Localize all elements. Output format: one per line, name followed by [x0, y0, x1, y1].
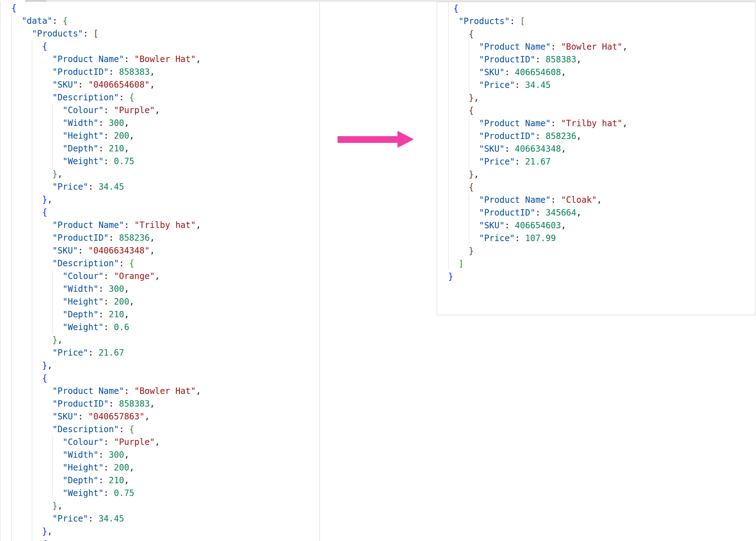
- json-punctuation: [: [93, 29, 98, 39]
- indent-guide: [11, 321, 12, 334]
- json-number: 300: [109, 118, 124, 128]
- indent-guide: [32, 117, 32, 129]
- json-punctuation: :: [124, 220, 134, 230]
- json-number: 300: [109, 284, 124, 294]
- json-punctuation: {: [42, 373, 47, 383]
- code-line: "Height": 200,: [0, 461, 319, 474]
- indent-guide: [11, 461, 12, 474]
- indent-guide: [32, 155, 32, 168]
- json-string: "Purple": [114, 105, 155, 115]
- json-key: "Description": [52, 424, 119, 434]
- json-punctuation: ,: [561, 221, 566, 230]
- code-line: {: [437, 104, 755, 117]
- json-punctuation: {: [469, 182, 474, 192]
- json-punctuation: }: [469, 93, 474, 103]
- indent-guide: [11, 270, 12, 283]
- indent-guide: [11, 78, 12, 91]
- indent-guide: [11, 283, 12, 295]
- json-punctuation: :: [52, 16, 63, 26]
- json-key: "Price": [52, 514, 88, 524]
- code-line: "Width": 300,: [0, 448, 319, 461]
- json-punctuation: :: [104, 488, 114, 498]
- json-punctuation: :: [551, 195, 561, 205]
- code-line: "Depth": 210,: [0, 474, 319, 487]
- json-key: "Product Name": [479, 195, 551, 205]
- indent-guide: [52, 117, 53, 129]
- indent-guide: [11, 538, 12, 541]
- input-json-editor[interactable]: { "data": { "Products": [ { "Product Nam…: [0, 2, 320, 541]
- arrow-shaft: [338, 136, 398, 143]
- json-punctuation: :: [119, 424, 129, 434]
- json-key: "Weight": [63, 488, 104, 498]
- indent-guide: [469, 143, 469, 155]
- indent-guide: [11, 244, 12, 257]
- json-key: "ProductID": [479, 55, 535, 65]
- json-punctuation: ,: [150, 399, 155, 409]
- code-line: "ProductID": 858383,: [0, 66, 319, 78]
- code-line: {: [437, 181, 755, 194]
- json-punctuation: ,: [57, 169, 62, 179]
- code-line: {: [0, 538, 319, 541]
- indent-guide: [32, 410, 32, 423]
- json-punctuation: {: [63, 16, 68, 26]
- json-punctuation: {: [11, 3, 16, 13]
- code-line: "Price": 34.45: [0, 180, 319, 193]
- indent-guide: [32, 244, 32, 257]
- indent-guide: [52, 295, 53, 308]
- code-line: {: [0, 372, 319, 385]
- json-punctuation: :: [510, 16, 520, 26]
- indent-guide: [32, 448, 32, 461]
- indent-guide: [469, 219, 469, 232]
- code-line: "Product Name": "Trilby hat",: [0, 219, 319, 232]
- indent-guide: [448, 232, 449, 245]
- json-punctuation: ,: [474, 169, 479, 179]
- json-punctuation: {: [453, 4, 458, 13]
- indent-guide: [11, 372, 12, 385]
- indent-guide: [52, 104, 53, 117]
- indent-guide: [11, 117, 12, 129]
- json-number: 200: [114, 297, 129, 307]
- indent-guide: [469, 194, 469, 206]
- code-line: "Depth": 210,: [0, 142, 319, 155]
- code-line: "Product Name": "Trilby hat",: [437, 117, 755, 130]
- indent-guide: [11, 500, 12, 512]
- json-punctuation: :: [551, 42, 561, 52]
- json-punctuation: }: [52, 501, 57, 511]
- json-punctuation: :: [104, 437, 114, 447]
- code-line: "Price": 21.67: [437, 155, 755, 168]
- indent-guide: [11, 308, 12, 321]
- indent-guide: [448, 181, 449, 194]
- indent-guide: [32, 334, 32, 346]
- output-json-panel[interactable]: { "Products": [ { "Product Name": "Bowle…: [437, 2, 756, 315]
- json-key: "Width": [63, 118, 99, 128]
- json-punctuation: ,: [57, 335, 62, 345]
- code-line: },: [0, 193, 319, 206]
- json-punctuation: :: [88, 348, 99, 358]
- indent-guide: [32, 219, 32, 232]
- indent-guide: [11, 346, 12, 359]
- indent-guide: [469, 53, 469, 66]
- json-key: "SKU": [52, 412, 78, 422]
- indent-guide: [448, 91, 449, 104]
- code-line: "SKU": 406654603,: [437, 219, 755, 232]
- indent-guide: [32, 461, 32, 474]
- indent-guide: [448, 28, 449, 40]
- json-punctuation: ,: [576, 55, 581, 65]
- indent-guide: [32, 91, 32, 104]
- indent-guide: [11, 474, 12, 487]
- indent-guide: [11, 397, 12, 410]
- indent-guide: [32, 372, 32, 385]
- json-punctuation: ,: [597, 195, 602, 205]
- json-punctuation: ,: [196, 220, 201, 230]
- indent-guide: [52, 448, 53, 461]
- indent-guide: [11, 448, 12, 461]
- indent-guide: [448, 2, 449, 15]
- indent-guide: [32, 474, 32, 487]
- indent-guide: [11, 487, 12, 500]
- json-punctuation: ,: [124, 144, 129, 154]
- code-line: "Colour": "Purple",: [0, 104, 319, 117]
- json-number: 21.67: [99, 348, 124, 358]
- code-line: },: [437, 168, 755, 181]
- json-number: 858236: [546, 131, 577, 141]
- indent-guide: [11, 155, 12, 168]
